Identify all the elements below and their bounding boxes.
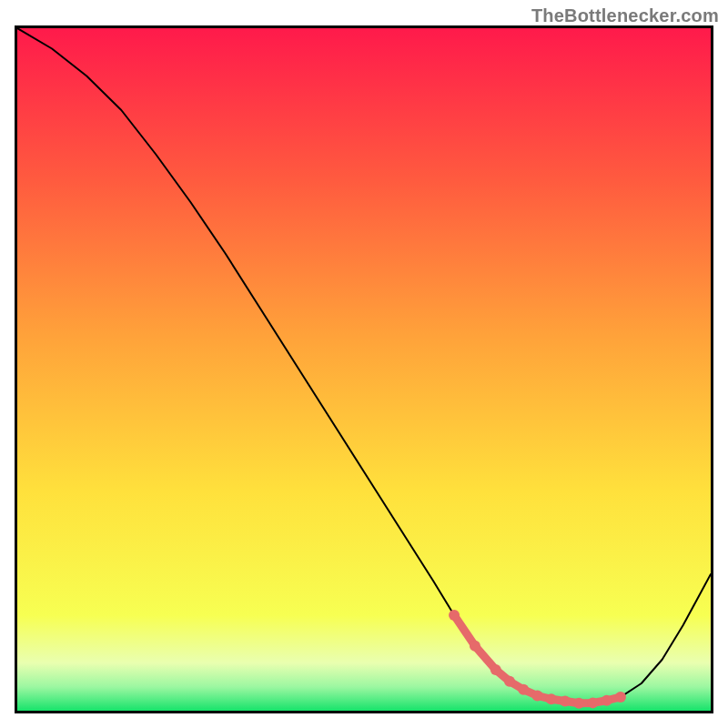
series-marker-valley-markers [449, 610, 460, 621]
series-marker-valley-markers [470, 641, 480, 652]
series-marker-valley-markers [602, 695, 612, 706]
series-marker-valley-markers [490, 664, 501, 675]
series-marker-valley-markers [518, 684, 529, 695]
series-marker-valley-markers [573, 698, 584, 709]
gradient-background [17, 28, 711, 711]
series-marker-valley-markers [532, 691, 543, 702]
chart-frame: TheBottlenecker.com [0, 0, 728, 728]
chart-svg [17, 28, 711, 711]
chart-plot-area [15, 25, 713, 713]
series-marker-valley-markers [546, 693, 557, 704]
series-marker-valley-markers [587, 697, 598, 708]
series-marker-valley-markers [560, 696, 571, 707]
series-marker-valley-markers [504, 676, 515, 687]
series-marker-valley-markers [615, 692, 626, 703]
attribution-text: TheBottlenecker.com [531, 5, 719, 26]
